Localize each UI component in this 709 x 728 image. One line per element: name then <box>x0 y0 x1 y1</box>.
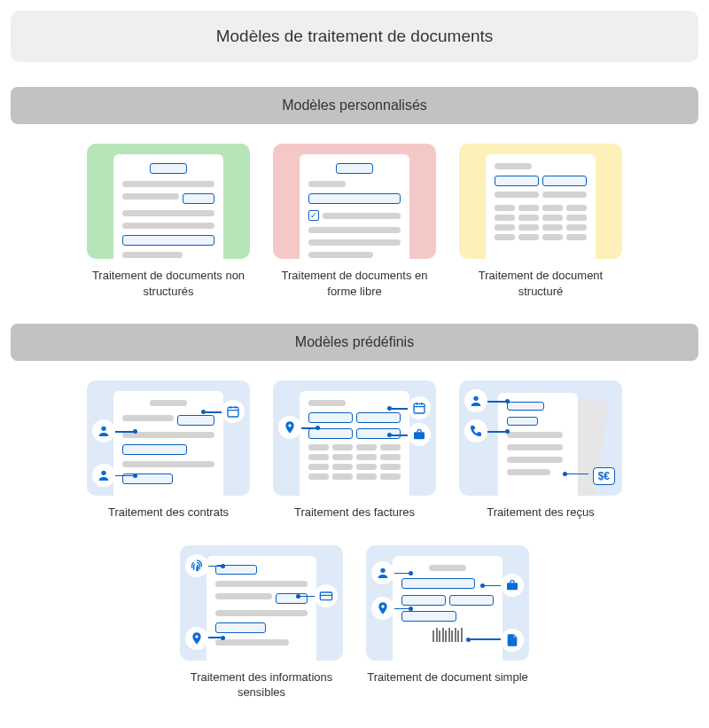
prebuilt-row-2: Traitement des informations sensibles <box>11 545 698 701</box>
calendar-icon <box>408 396 431 419</box>
prebuilt-row-1: Traitement des contrats <box>11 380 698 521</box>
card-invoices: Traitement des factures <box>273 380 436 521</box>
checkbox-icon: ✓ <box>308 210 319 221</box>
briefcase-icon <box>408 423 431 446</box>
section-title-custom: Modèles personnalisés <box>282 98 427 113</box>
location-pin-icon <box>371 597 394 620</box>
tile-sensitive <box>180 545 343 661</box>
card-sensitive: Traitement des informations sensibles <box>180 545 343 701</box>
tile-freeform: ✓ <box>273 144 436 259</box>
caption-contracts: Traitement des contrats <box>108 505 229 521</box>
person-icon <box>464 389 487 412</box>
card-contracts: Traitement des contrats <box>87 380 250 521</box>
caption-unstructured: Traitement de documents non structurés <box>87 268 250 299</box>
card-receipts: $€ Traitement des reçus <box>459 380 622 521</box>
person-icon <box>92 464 115 487</box>
currency-icon: $€ <box>593 467 615 485</box>
person-icon <box>92 419 115 442</box>
card-freeform: ✓ Traitement de documents en forme libre <box>273 144 436 299</box>
page-title: Modèles de traitement de documents <box>216 27 494 45</box>
fingerprint-icon <box>185 554 208 577</box>
tile-unstructured <box>87 144 250 259</box>
briefcase-icon <box>501 574 524 597</box>
tile-receipts: $€ <box>459 380 622 496</box>
section-header-custom: Modèles personnalisés <box>11 87 698 124</box>
section-header-prebuilt: Modèles prédéfinis <box>11 324 698 361</box>
barcode-icon <box>432 628 463 642</box>
caption-simple: Traitement de document simple <box>367 669 528 685</box>
credit-card-icon <box>315 584 338 607</box>
card-unstructured: Traitement de documents non structurés <box>87 144 250 299</box>
section-title-prebuilt: Modèles prédéfinis <box>295 334 414 349</box>
caption-invoices: Traitement des factures <box>294 505 415 521</box>
location-pin-icon <box>185 627 208 650</box>
card-simple: Traitement de document simple <box>366 545 529 701</box>
tile-invoices <box>273 380 436 496</box>
tile-contracts <box>87 380 250 496</box>
phone-icon <box>464 419 487 442</box>
tile-structured <box>459 144 622 259</box>
tile-simple <box>366 545 529 661</box>
caption-sensitive: Traitement des informations sensibles <box>180 669 343 701</box>
caption-structured: Traitement de document structuré <box>459 268 622 299</box>
file-icon <box>501 629 524 652</box>
location-pin-icon <box>278 416 301 439</box>
custom-models-row: Traitement de documents non structurés ✓… <box>11 144 698 299</box>
caption-receipts: Traitement des reçus <box>487 505 595 521</box>
page-title-band: Modèles de traitement de documents <box>11 11 698 62</box>
calendar-icon <box>222 400 245 423</box>
card-structured: Traitement de document structuré <box>459 144 622 299</box>
person-icon <box>371 561 394 584</box>
caption-freeform: Traitement de documents en forme libre <box>273 268 436 299</box>
